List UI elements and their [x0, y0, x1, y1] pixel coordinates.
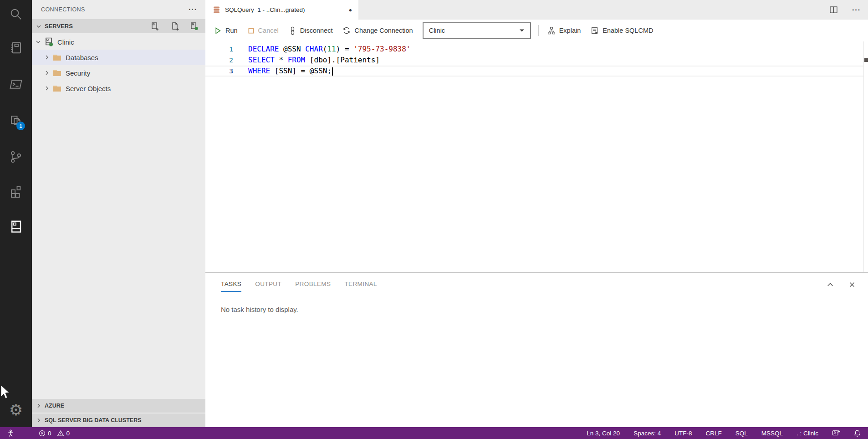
terminal-icon[interactable] — [0, 73, 32, 95]
line-number: 3 — [205, 66, 233, 77]
tree-item-clinic[interactable]: Clinic — [32, 34, 205, 50]
azure-section-header[interactable]: AZURE — [32, 399, 205, 413]
code-text: SELECT * FROM [dbo].[Patients] — [248, 55, 380, 66]
extensions-icon[interactable] — [0, 180, 32, 202]
code-text: DECLARE @SSN CHAR(11) = '795-73-9838' — [248, 44, 410, 55]
database-dropdown[interactable]: Clinic — [423, 22, 531, 39]
run-button[interactable]: Run — [214, 27, 243, 35]
overview-ruler[interactable] — [863, 41, 868, 272]
overview-cursor-marker — [864, 58, 868, 62]
tree-item-security[interactable]: Security — [32, 65, 205, 81]
provider[interactable]: MSSQL — [761, 430, 783, 437]
servers-section-header[interactable]: SERVERS — [32, 19, 205, 33]
tree-item-server-objects[interactable]: Server Objects — [32, 81, 205, 96]
query-history-badge: 1 — [16, 122, 25, 130]
database-dropdown-value: Clinic — [429, 27, 445, 34]
warning-count: 0 — [66, 430, 70, 437]
split-editor-icon[interactable] — [829, 5, 838, 15]
feedback-icon[interactable] — [832, 429, 840, 437]
code-line[interactable]: 3WHERE [SSN] = @SSN; — [205, 66, 868, 77]
chevron-down-icon — [519, 29, 525, 32]
enable-sqlcmd-button[interactable]: Enable SQLCMD — [586, 26, 658, 35]
big-data-clusters-label: SQL SERVER BIG DATA CLUSTERS — [45, 417, 142, 424]
editor-group: SQLQuery_1 - ..Clin...grated) ● ··· Run … — [205, 0, 868, 427]
accessibility-icon[interactable] — [7, 429, 14, 437]
explain-icon — [547, 26, 556, 35]
chevron-down-icon — [35, 38, 42, 46]
error-icon — [39, 430, 46, 437]
run-icon — [214, 27, 222, 35]
chevron-right-icon — [35, 402, 42, 409]
cancel-button[interactable]: Cancel — [243, 27, 284, 34]
line-number: 1 — [205, 44, 233, 55]
notebooks-icon[interactable] — [0, 37, 32, 59]
chevron-right-icon — [43, 54, 51, 61]
tab-problems[interactable]: PROBLEMS — [295, 281, 331, 292]
server-icon — [44, 37, 54, 47]
problems-summary[interactable]: 0 0 — [39, 430, 70, 437]
toolbar-separator — [538, 25, 539, 36]
new-connection-icon[interactable] — [151, 22, 160, 31]
tab-tasks[interactable]: TASKS — [221, 281, 241, 292]
activity-bar: 1 ⚙ — [0, 0, 32, 427]
maximize-panel-icon[interactable] — [826, 281, 834, 289]
settings-gear-icon[interactable]: ⚙ — [0, 399, 32, 421]
servers-tree: Clinic Databases Security Server Objects — [32, 33, 205, 96]
search-icon[interactable] — [0, 3, 32, 25]
notifications-bell-icon[interactable] — [854, 429, 861, 437]
tree-item-databases[interactable]: Databases — [32, 50, 205, 65]
chevron-down-icon — [35, 23, 42, 30]
language-mode[interactable]: SQL — [735, 430, 748, 437]
disconnect-icon — [289, 26, 296, 35]
tree-item-label: Databases — [66, 54, 98, 61]
editor-tab-bar: SQLQuery_1 - ..Clin...grated) ● ··· — [205, 0, 868, 20]
code-text: WHERE [SSN] = @SSN; — [248, 66, 333, 77]
status-bar: 0 0 Ln 3, Col 20 Spaces: 4 UTF-8 CRLF SQ… — [0, 427, 868, 439]
active-connections-icon[interactable] — [190, 22, 199, 31]
tab-sqlquery1[interactable]: SQLQuery_1 - ..Clin...grated) ● — [205, 0, 358, 20]
code-line[interactable]: 1DECLARE @SSN CHAR(11) = '795-73-9838' — [205, 44, 868, 55]
code-editor[interactable]: 1DECLARE @SSN CHAR(11) = '795-73-9838'2S… — [205, 41, 868, 272]
close-panel-icon[interactable] — [848, 281, 856, 289]
error-count: 0 — [48, 430, 51, 437]
source-control-icon[interactable] — [0, 146, 32, 168]
cancel-icon — [248, 27, 255, 34]
chevron-right-icon — [43, 69, 51, 77]
servers-section-label: SERVERS — [45, 23, 73, 30]
disconnect-button[interactable]: Disconnect — [284, 26, 338, 35]
encoding[interactable]: UTF-8 — [674, 430, 692, 437]
editor-more-actions-icon[interactable]: ··· — [852, 6, 861, 14]
indentation[interactable]: Spaces: 4 — [633, 430, 661, 437]
folder-icon — [53, 85, 61, 92]
connections-icon[interactable] — [0, 215, 32, 237]
tab-output[interactable]: OUTPUT — [255, 281, 281, 292]
bottom-panel: TASKS OUTPUT PROBLEMS TERMINAL No task h… — [205, 272, 868, 427]
folder-icon — [53, 70, 61, 77]
sidebar-more-actions-icon[interactable]: ··· — [189, 5, 197, 14]
enable-sqlcmd-icon — [591, 26, 599, 35]
query-history-icon[interactable]: 1 — [0, 110, 32, 132]
sidebar-title: CONNECTIONS — [41, 6, 85, 13]
dirty-indicator-icon: ● — [349, 7, 352, 13]
big-data-clusters-section-header[interactable]: SQL SERVER BIG DATA CLUSTERS — [32, 413, 205, 427]
sidebar-connections-panel: CONNECTIONS ··· SERVERS Clinic Databases — [32, 0, 205, 427]
text-cursor — [332, 67, 333, 76]
tree-item-label: Clinic — [57, 38, 74, 46]
chevron-right-icon — [35, 417, 42, 424]
warning-icon — [57, 430, 64, 437]
eol-sequence[interactable]: CRLF — [705, 430, 721, 437]
cursor-position[interactable]: Ln 3, Col 20 — [587, 430, 620, 437]
line-number: 2 — [205, 55, 233, 66]
change-connection-button[interactable]: Change Connection — [337, 26, 418, 35]
database-icon — [212, 5, 221, 14]
connection-status[interactable]: . : Clinic — [797, 430, 818, 437]
new-server-group-icon[interactable] — [170, 22, 179, 31]
change-connection-icon — [342, 26, 351, 35]
chevron-right-icon — [43, 85, 51, 92]
tab-terminal[interactable]: TERMINAL — [344, 281, 377, 292]
tree-item-label: Security — [66, 69, 90, 77]
explain-button[interactable]: Explain — [542, 26, 586, 35]
tab-title: SQLQuery_1 - ..Clin...grated) — [225, 6, 305, 13]
code-line[interactable]: 2SELECT * FROM [dbo].[Patients] — [205, 55, 868, 66]
azure-section-label: AZURE — [45, 403, 64, 409]
